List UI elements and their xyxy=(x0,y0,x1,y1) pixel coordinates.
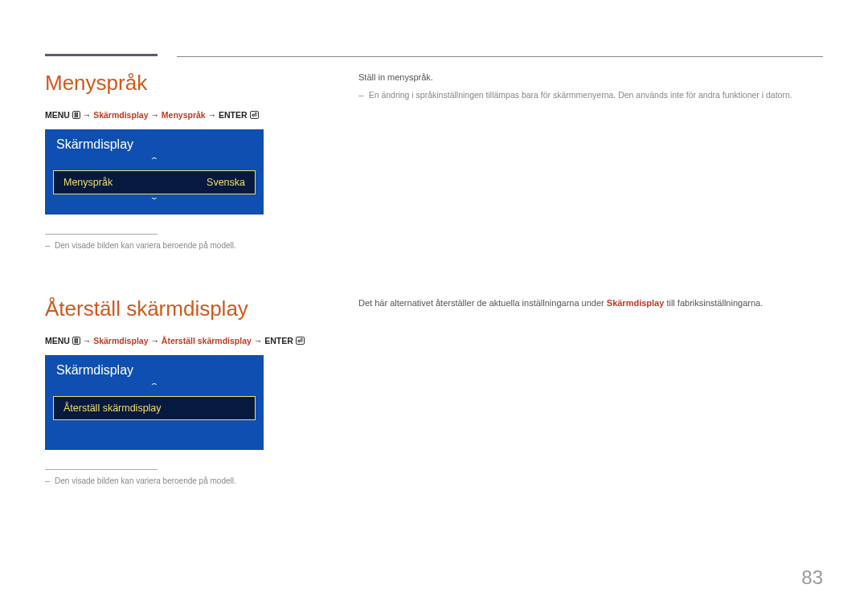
chevron-up-icon: ˆ xyxy=(45,157,264,168)
breadcrumb-p2: Menyspråk xyxy=(162,110,206,120)
breadcrumb-arrow: → xyxy=(208,110,217,120)
breadcrumb-arrow: → xyxy=(150,110,159,120)
right-note: ― En ändring i språkinställningen tilläm… xyxy=(358,88,823,102)
osd-title: Skärmdisplay xyxy=(45,355,264,382)
right-column: Ställ in menyspråk. ― En ändring i språk… xyxy=(358,71,823,251)
heading-aterstall: Återställ skärmdisplay xyxy=(45,296,310,321)
page-number: 83 xyxy=(801,566,823,589)
footnote-text: Den visade bilden kan variera beroende p… xyxy=(55,476,236,485)
osd-box-aterstall: Skärmdisplay ˆ Återställ skärmdisplay xyxy=(45,355,264,450)
note-dash: ― xyxy=(358,90,369,100)
osd-title: Skärmdisplay xyxy=(45,129,264,157)
breadcrumb-p1: Skärmdisplay xyxy=(93,336,148,345)
footnote: ― Den visade bilden kan variera beroende… xyxy=(45,475,310,487)
breadcrumb-aterstall: MENU Ⅲ → Skärmdisplay → Återställ skärmd… xyxy=(45,336,310,345)
osd-row-aterstall: Återställ skärmdisplay xyxy=(53,396,256,420)
chevron-up-icon: ˆ xyxy=(45,382,264,394)
footnote-dash: ― xyxy=(45,241,55,250)
osd-row-value: Svenska xyxy=(207,177,245,188)
osd-spacer xyxy=(45,423,264,443)
top-rule xyxy=(177,56,823,57)
footnote-rule xyxy=(45,469,158,470)
breadcrumb-enter: ENTER xyxy=(264,336,293,345)
heading-menysprak: Menyspråk xyxy=(45,71,310,96)
right-post: till fabriksinställningarna. xyxy=(664,298,763,308)
breadcrumb-arrow: → xyxy=(254,336,263,345)
page: Menyspråk MENU Ⅲ → Skärmdisplay → Menysp… xyxy=(0,0,868,613)
breadcrumb-arrow: → xyxy=(83,336,92,345)
note-text: En ändring i språkinställningen tillämpa… xyxy=(369,90,792,100)
right-lead: Ställ in menyspråk. xyxy=(358,71,823,85)
osd-row-label: Återställ skärmdisplay xyxy=(63,403,162,414)
breadcrumb-menysprak: MENU Ⅲ → Skärmdisplay → Menyspråk → ENTE… xyxy=(45,110,310,120)
menu-icon: Ⅲ xyxy=(72,337,80,345)
left-column: Återställ skärmdisplay MENU Ⅲ → Skärmdis… xyxy=(45,296,310,487)
right-column: Det här alternativet återställer de aktu… xyxy=(358,296,823,487)
left-column: Menyspråk MENU Ⅲ → Skärmdisplay → Menysp… xyxy=(45,71,310,251)
right-pre: Det här alternativet återställer de aktu… xyxy=(358,298,607,308)
footnote-text: Den visade bilden kan variera beroende p… xyxy=(55,241,236,250)
osd-row-menysprak: Menyspråk Svenska xyxy=(53,170,256,194)
breadcrumb-arrow: → xyxy=(83,110,92,120)
section-aterstall: Återställ skärmdisplay MENU Ⅲ → Skärmdis… xyxy=(45,296,823,487)
menu-icon: Ⅲ xyxy=(72,111,80,119)
osd-row-label: Menyspråk xyxy=(63,177,113,188)
osd-box-menysprak: Skärmdisplay ˆ Menyspråk Svenska ˇ xyxy=(45,129,264,215)
enter-icon: ⏎ xyxy=(296,337,305,345)
right-hl: Skärmdisplay xyxy=(607,298,665,308)
breadcrumb-menu: MENU xyxy=(45,336,70,345)
breadcrumb-p1: Skärmdisplay xyxy=(93,110,148,120)
enter-icon: ⏎ xyxy=(250,111,259,119)
top-accent-bar xyxy=(45,54,158,56)
chevron-down-icon: ˇ xyxy=(45,197,264,208)
footnote-dash: ― xyxy=(45,476,55,485)
breadcrumb-menu: MENU xyxy=(45,110,70,120)
breadcrumb-arrow: → xyxy=(150,336,159,345)
right-text: Det här alternativet återställer de aktu… xyxy=(358,296,823,311)
breadcrumb-enter: ENTER xyxy=(219,110,248,120)
footnote-rule xyxy=(45,234,158,235)
footnote: ― Den visade bilden kan variera beroende… xyxy=(45,239,310,251)
breadcrumb-p2: Återställ skärmdisplay xyxy=(162,336,252,345)
section-menysprak: Menyspråk MENU Ⅲ → Skärmdisplay → Menysp… xyxy=(45,71,823,251)
